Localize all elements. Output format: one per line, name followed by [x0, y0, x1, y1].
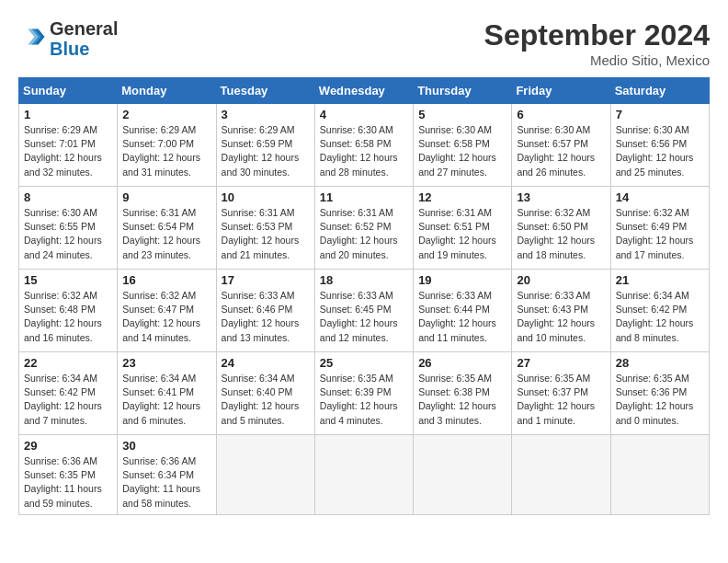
calendar-cell: [216, 435, 314, 515]
day-number: 12: [418, 190, 506, 204]
day-number: 11: [320, 190, 408, 204]
day-number: 28: [616, 356, 704, 370]
logo-line2: Blue: [50, 39, 118, 59]
calendar-cell: 17Sunrise: 6:33 AM Sunset: 6:46 PM Dayli…: [216, 270, 314, 352]
calendar-cell: 3Sunrise: 6:29 AM Sunset: 6:59 PM Daylig…: [216, 104, 314, 187]
month-title: September 2024: [484, 18, 710, 52]
day-info: Sunrise: 6:33 AM Sunset: 6:45 PM Dayligh…: [320, 289, 408, 345]
calendar-cell: 15Sunrise: 6:32 AM Sunset: 6:48 PM Dayli…: [19, 270, 118, 352]
calendar-cell: 22Sunrise: 6:34 AM Sunset: 6:42 PM Dayli…: [19, 352, 118, 435]
day-number: 21: [616, 273, 704, 287]
calendar-cell: 11Sunrise: 6:31 AM Sunset: 6:52 PM Dayli…: [314, 187, 413, 270]
day-number: 2: [122, 108, 210, 121]
day-number: 1: [24, 108, 112, 121]
day-info: Sunrise: 6:31 AM Sunset: 6:54 PM Dayligh…: [122, 206, 210, 262]
location-subtitle: Medio Sitio, Mexico: [484, 52, 710, 68]
calendar-cell: 28Sunrise: 6:35 AM Sunset: 6:36 PM Dayli…: [610, 352, 709, 435]
day-info: Sunrise: 6:32 AM Sunset: 6:48 PM Dayligh…: [24, 289, 112, 345]
calendar-cell: [414, 435, 512, 515]
week-row-4: 22Sunrise: 6:34 AM Sunset: 6:42 PM Dayli…: [19, 352, 710, 435]
day-info: Sunrise: 6:35 AM Sunset: 6:37 PM Dayligh…: [517, 372, 605, 428]
day-number: 29: [24, 439, 112, 453]
calendar-cell: [314, 435, 413, 515]
day-number: 14: [616, 190, 704, 204]
day-number: 9: [122, 190, 210, 204]
calendar-cell: 8Sunrise: 6:30 AM Sunset: 6:55 PM Daylig…: [19, 187, 118, 270]
page-header: General Blue September 2024 Medio Sitio,…: [18, 18, 710, 68]
calendar-cell: 19Sunrise: 6:33 AM Sunset: 6:44 PM Dayli…: [414, 270, 512, 352]
calendar-cell: 29Sunrise: 6:36 AM Sunset: 6:35 PM Dayli…: [19, 435, 118, 515]
day-number: 22: [24, 356, 112, 370]
day-info: Sunrise: 6:31 AM Sunset: 6:51 PM Dayligh…: [418, 206, 506, 262]
day-number: 15: [24, 273, 112, 287]
weekday-header-tuesday: Tuesday: [216, 78, 314, 104]
day-number: 8: [24, 190, 112, 204]
calendar-cell: 12Sunrise: 6:31 AM Sunset: 6:51 PM Dayli…: [414, 187, 512, 270]
weekday-header-monday: Monday: [118, 78, 216, 104]
calendar-cell: 7Sunrise: 6:30 AM Sunset: 6:56 PM Daylig…: [610, 104, 709, 187]
day-number: 3: [222, 108, 310, 121]
calendar-cell: 18Sunrise: 6:33 AM Sunset: 6:45 PM Dayli…: [314, 270, 413, 352]
day-info: Sunrise: 6:29 AM Sunset: 6:59 PM Dayligh…: [222, 123, 310, 179]
calendar-cell: 9Sunrise: 6:31 AM Sunset: 6:54 PM Daylig…: [118, 187, 216, 270]
day-info: Sunrise: 6:33 AM Sunset: 6:43 PM Dayligh…: [517, 289, 605, 345]
day-number: 20: [517, 273, 605, 287]
weekday-header-saturday: Saturday: [610, 78, 709, 104]
day-info: Sunrise: 6:31 AM Sunset: 6:52 PM Dayligh…: [320, 206, 408, 262]
week-row-2: 8Sunrise: 6:30 AM Sunset: 6:55 PM Daylig…: [19, 187, 710, 270]
day-number: 7: [616, 108, 704, 121]
day-info: Sunrise: 6:32 AM Sunset: 6:49 PM Dayligh…: [616, 206, 704, 262]
day-info: Sunrise: 6:35 AM Sunset: 6:39 PM Dayligh…: [320, 372, 408, 428]
calendar-cell: 23Sunrise: 6:34 AM Sunset: 6:41 PM Dayli…: [118, 352, 216, 435]
day-number: 4: [320, 108, 408, 121]
calendar-cell: 6Sunrise: 6:30 AM Sunset: 6:57 PM Daylig…: [512, 104, 610, 187]
logo-line1: General: [50, 18, 118, 39]
weekday-header-thursday: Thursday: [414, 78, 512, 104]
day-info: Sunrise: 6:33 AM Sunset: 6:46 PM Dayligh…: [222, 289, 310, 345]
calendar-cell: 13Sunrise: 6:32 AM Sunset: 6:50 PM Dayli…: [512, 187, 610, 270]
day-number: 13: [517, 190, 605, 204]
week-row-5: 29Sunrise: 6:36 AM Sunset: 6:35 PM Dayli…: [19, 435, 710, 515]
day-info: Sunrise: 6:30 AM Sunset: 6:58 PM Dayligh…: [320, 123, 408, 179]
day-info: Sunrise: 6:35 AM Sunset: 6:38 PM Dayligh…: [418, 372, 506, 428]
calendar-cell: 21Sunrise: 6:34 AM Sunset: 6:42 PM Dayli…: [610, 270, 709, 352]
day-info: Sunrise: 6:36 AM Sunset: 6:35 PM Dayligh…: [24, 454, 112, 511]
weekday-header-friday: Friday: [512, 78, 610, 104]
day-info: Sunrise: 6:32 AM Sunset: 6:50 PM Dayligh…: [517, 206, 605, 262]
day-info: Sunrise: 6:34 AM Sunset: 6:42 PM Dayligh…: [24, 372, 112, 428]
day-info: Sunrise: 6:36 AM Sunset: 6:34 PM Dayligh…: [122, 454, 210, 511]
day-info: Sunrise: 6:29 AM Sunset: 7:00 PM Dayligh…: [122, 123, 210, 179]
calendar-cell: 5Sunrise: 6:30 AM Sunset: 6:58 PM Daylig…: [414, 104, 512, 187]
calendar-cell: [610, 435, 709, 515]
weekday-header-sunday: Sunday: [19, 78, 118, 104]
day-number: 6: [517, 108, 605, 121]
day-info: Sunrise: 6:30 AM Sunset: 6:55 PM Dayligh…: [24, 206, 112, 262]
calendar-cell: 4Sunrise: 6:30 AM Sunset: 6:58 PM Daylig…: [314, 104, 413, 187]
calendar-header-row: SundayMondayTuesdayWednesdayThursdayFrid…: [19, 78, 710, 104]
day-number: 23: [122, 356, 210, 370]
day-number: 27: [517, 356, 605, 370]
day-number: 16: [122, 273, 210, 287]
calendar-table: SundayMondayTuesdayWednesdayThursdayFrid…: [18, 77, 710, 515]
logo-icon: [20, 24, 46, 50]
calendar-cell: 14Sunrise: 6:32 AM Sunset: 6:49 PM Dayli…: [610, 187, 709, 270]
day-info: Sunrise: 6:30 AM Sunset: 6:58 PM Dayligh…: [418, 123, 506, 179]
day-number: 26: [418, 356, 506, 370]
day-info: Sunrise: 6:35 AM Sunset: 6:36 PM Dayligh…: [616, 372, 704, 428]
day-number: 24: [222, 356, 310, 370]
day-info: Sunrise: 6:34 AM Sunset: 6:40 PM Dayligh…: [222, 372, 310, 428]
day-number: 19: [418, 273, 506, 287]
calendar-cell: 25Sunrise: 6:35 AM Sunset: 6:39 PM Dayli…: [314, 352, 413, 435]
day-info: Sunrise: 6:33 AM Sunset: 6:44 PM Dayligh…: [418, 289, 506, 345]
week-row-1: 1Sunrise: 6:29 AM Sunset: 7:01 PM Daylig…: [19, 104, 710, 187]
calendar-cell: 16Sunrise: 6:32 AM Sunset: 6:47 PM Dayli…: [118, 270, 216, 352]
day-number: 5: [418, 108, 506, 121]
day-number: 10: [222, 190, 310, 204]
weekday-header-wednesday: Wednesday: [314, 78, 413, 104]
calendar-cell: 24Sunrise: 6:34 AM Sunset: 6:40 PM Dayli…: [216, 352, 314, 435]
day-number: 17: [222, 273, 310, 287]
day-info: Sunrise: 6:31 AM Sunset: 6:53 PM Dayligh…: [222, 206, 310, 262]
day-info: Sunrise: 6:34 AM Sunset: 6:42 PM Dayligh…: [616, 289, 704, 345]
calendar-cell: 10Sunrise: 6:31 AM Sunset: 6:53 PM Dayli…: [216, 187, 314, 270]
day-info: Sunrise: 6:30 AM Sunset: 6:57 PM Dayligh…: [517, 123, 605, 179]
